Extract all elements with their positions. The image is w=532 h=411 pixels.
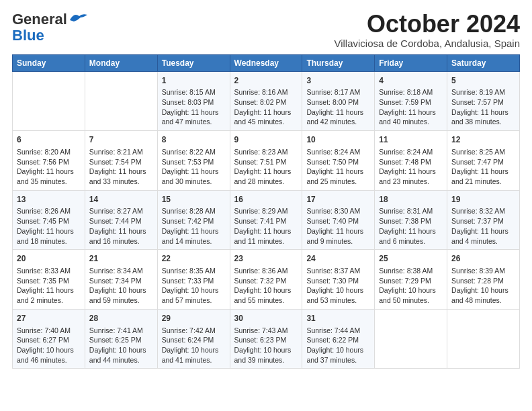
calendar-cell: 22Sunrise: 8:35 AM Sunset: 7:33 PM Dayli…: [157, 250, 230, 310]
calendar-cell: 21Sunrise: 8:34 AM Sunset: 7:34 PM Dayli…: [85, 250, 157, 310]
day-number: 21: [89, 253, 153, 265]
calendar-cell: 14Sunrise: 8:27 AM Sunset: 7:44 PM Dayli…: [85, 190, 157, 250]
week-row-4: 20Sunrise: 8:33 AM Sunset: 7:35 PM Dayli…: [13, 250, 520, 310]
day-number: 24: [306, 253, 370, 265]
day-number: 14: [89, 194, 153, 205]
day-number: 4: [379, 75, 443, 87]
day-number: 8: [162, 134, 226, 146]
calendar-cell: 8Sunrise: 8:22 AM Sunset: 7:53 PM Daylig…: [157, 131, 230, 191]
day-number: 22: [162, 253, 226, 265]
calendar-cell: 20Sunrise: 8:33 AM Sunset: 7:35 PM Dayli…: [13, 250, 85, 310]
day-number: 6: [17, 134, 81, 146]
week-row-2: 6Sunrise: 8:20 AM Sunset: 7:56 PM Daylig…: [13, 131, 520, 191]
calendar-cell: 13Sunrise: 8:26 AM Sunset: 7:45 PM Dayli…: [13, 190, 85, 250]
day-number: 25: [379, 253, 443, 265]
day-info: Sunrise: 8:19 AM Sunset: 7:57 PM Dayligh…: [451, 87, 515, 127]
day-info: Sunrise: 7:40 AM Sunset: 6:27 PM Dayligh…: [17, 326, 81, 365]
logo-bird-icon: [69, 11, 90, 26]
calendar-cell: 7Sunrise: 8:21 AM Sunset: 7:54 PM Daylig…: [85, 131, 157, 191]
day-number: 13: [17, 194, 81, 205]
col-header-saturday: Saturday: [447, 54, 520, 71]
day-info: Sunrise: 7:43 AM Sunset: 6:23 PM Dayligh…: [234, 326, 298, 365]
calendar-cell: [85, 71, 157, 131]
day-number: 7: [89, 134, 153, 146]
day-number: 18: [379, 194, 443, 205]
logo-general: General: [12, 11, 67, 28]
day-info: Sunrise: 8:36 AM Sunset: 7:32 PM Dayligh…: [234, 266, 298, 306]
calendar-cell: 25Sunrise: 8:38 AM Sunset: 7:29 PM Dayli…: [375, 250, 447, 310]
day-info: Sunrise: 8:24 AM Sunset: 7:48 PM Dayligh…: [379, 147, 443, 187]
day-number: 30: [234, 313, 298, 324]
calendar-cell: 15Sunrise: 8:28 AM Sunset: 7:42 PM Dayli…: [157, 190, 230, 250]
calendar-cell: 18Sunrise: 8:31 AM Sunset: 7:38 PM Dayli…: [375, 190, 447, 250]
title-block: October 2024 Villaviciosa de Cordoba, An…: [334, 11, 520, 49]
calendar-cell: [13, 71, 85, 131]
day-info: Sunrise: 8:25 AM Sunset: 7:47 PM Dayligh…: [451, 147, 515, 187]
calendar-table: SundayMondayTuesdayWednesdayThursdayFrid…: [12, 54, 520, 369]
calendar-cell: 29Sunrise: 7:42 AM Sunset: 6:24 PM Dayli…: [157, 309, 230, 369]
calendar-cell: 12Sunrise: 8:25 AM Sunset: 7:47 PM Dayli…: [447, 131, 520, 191]
day-number: 23: [234, 253, 298, 265]
calendar-cell: 26Sunrise: 8:39 AM Sunset: 7:28 PM Dayli…: [447, 250, 520, 310]
calendar-title: October 2024: [334, 11, 520, 38]
calendar-cell: 27Sunrise: 7:40 AM Sunset: 6:27 PM Dayli…: [13, 309, 85, 369]
calendar-cell: [375, 309, 447, 369]
day-number: 9: [234, 134, 298, 146]
calendar-cell: 5Sunrise: 8:19 AM Sunset: 7:57 PM Daylig…: [447, 71, 520, 131]
calendar-cell: 1Sunrise: 8:15 AM Sunset: 8:03 PM Daylig…: [157, 71, 230, 131]
day-info: Sunrise: 8:39 AM Sunset: 7:28 PM Dayligh…: [451, 266, 515, 306]
day-info: Sunrise: 8:34 AM Sunset: 7:34 PM Dayligh…: [89, 266, 153, 306]
day-info: Sunrise: 7:44 AM Sunset: 6:22 PM Dayligh…: [306, 326, 370, 365]
day-number: 3: [306, 75, 370, 87]
day-info: Sunrise: 8:22 AM Sunset: 7:53 PM Dayligh…: [162, 147, 226, 187]
day-info: Sunrise: 8:17 AM Sunset: 8:00 PM Dayligh…: [306, 87, 370, 127]
day-number: 29: [162, 313, 226, 324]
header: General Blue October 2024 Villaviciosa d…: [12, 11, 520, 49]
col-header-friday: Friday: [375, 54, 447, 71]
week-row-5: 27Sunrise: 7:40 AM Sunset: 6:27 PM Dayli…: [13, 309, 520, 369]
day-info: Sunrise: 8:15 AM Sunset: 8:03 PM Dayligh…: [162, 87, 226, 127]
day-number: 2: [234, 75, 298, 87]
calendar-header-row: SundayMondayTuesdayWednesdayThursdayFrid…: [13, 54, 520, 71]
day-info: Sunrise: 8:31 AM Sunset: 7:38 PM Dayligh…: [379, 206, 443, 246]
day-info: Sunrise: 7:42 AM Sunset: 6:24 PM Dayligh…: [162, 326, 226, 365]
day-number: 31: [306, 313, 370, 324]
day-info: Sunrise: 8:26 AM Sunset: 7:45 PM Dayligh…: [17, 206, 81, 246]
day-info: Sunrise: 8:33 AM Sunset: 7:35 PM Dayligh…: [17, 266, 81, 306]
day-number: 26: [451, 253, 515, 265]
col-header-tuesday: Tuesday: [157, 54, 230, 71]
calendar-cell: 24Sunrise: 8:37 AM Sunset: 7:30 PM Dayli…: [302, 250, 375, 310]
day-number: 5: [451, 75, 515, 87]
day-number: 17: [306, 194, 370, 205]
day-info: Sunrise: 8:18 AM Sunset: 7:59 PM Dayligh…: [379, 87, 443, 127]
day-info: Sunrise: 8:27 AM Sunset: 7:44 PM Dayligh…: [89, 206, 153, 246]
day-number: 16: [234, 194, 298, 205]
logo-blue: Blue: [12, 27, 44, 44]
calendar-cell: 6Sunrise: 8:20 AM Sunset: 7:56 PM Daylig…: [13, 131, 85, 191]
day-info: Sunrise: 8:16 AM Sunset: 8:02 PM Dayligh…: [234, 87, 298, 127]
day-info: Sunrise: 8:38 AM Sunset: 7:29 PM Dayligh…: [379, 266, 443, 306]
day-number: 19: [451, 194, 515, 205]
week-row-1: 1Sunrise: 8:15 AM Sunset: 8:03 PM Daylig…: [13, 71, 520, 131]
day-info: Sunrise: 8:30 AM Sunset: 7:40 PM Dayligh…: [306, 206, 370, 246]
day-number: 20: [17, 253, 81, 265]
day-info: Sunrise: 8:24 AM Sunset: 7:50 PM Dayligh…: [306, 147, 370, 187]
day-info: Sunrise: 8:37 AM Sunset: 7:30 PM Dayligh…: [306, 266, 370, 306]
day-info: Sunrise: 8:32 AM Sunset: 7:37 PM Dayligh…: [451, 206, 515, 246]
week-row-3: 13Sunrise: 8:26 AM Sunset: 7:45 PM Dayli…: [13, 190, 520, 250]
calendar-cell: 9Sunrise: 8:23 AM Sunset: 7:51 PM Daylig…: [230, 131, 302, 191]
calendar-cell: 17Sunrise: 8:30 AM Sunset: 7:40 PM Dayli…: [302, 190, 375, 250]
page: General Blue October 2024 Villaviciosa d…: [0, 0, 532, 411]
calendar-cell: 16Sunrise: 8:29 AM Sunset: 7:41 PM Dayli…: [230, 190, 302, 250]
calendar-cell: 30Sunrise: 7:43 AM Sunset: 6:23 PM Dayli…: [230, 309, 302, 369]
day-number: 27: [17, 313, 81, 324]
day-number: 28: [89, 313, 153, 324]
day-info: Sunrise: 8:28 AM Sunset: 7:42 PM Dayligh…: [162, 206, 226, 246]
calendar-cell: 19Sunrise: 8:32 AM Sunset: 7:37 PM Dayli…: [447, 190, 520, 250]
day-number: 11: [379, 134, 443, 146]
day-info: Sunrise: 8:20 AM Sunset: 7:56 PM Dayligh…: [17, 147, 81, 187]
calendar-cell: 28Sunrise: 7:41 AM Sunset: 6:25 PM Dayli…: [85, 309, 157, 369]
day-number: 12: [451, 134, 515, 146]
calendar-cell: 4Sunrise: 8:18 AM Sunset: 7:59 PM Daylig…: [375, 71, 447, 131]
calendar-cell: 3Sunrise: 8:17 AM Sunset: 8:00 PM Daylig…: [302, 71, 375, 131]
